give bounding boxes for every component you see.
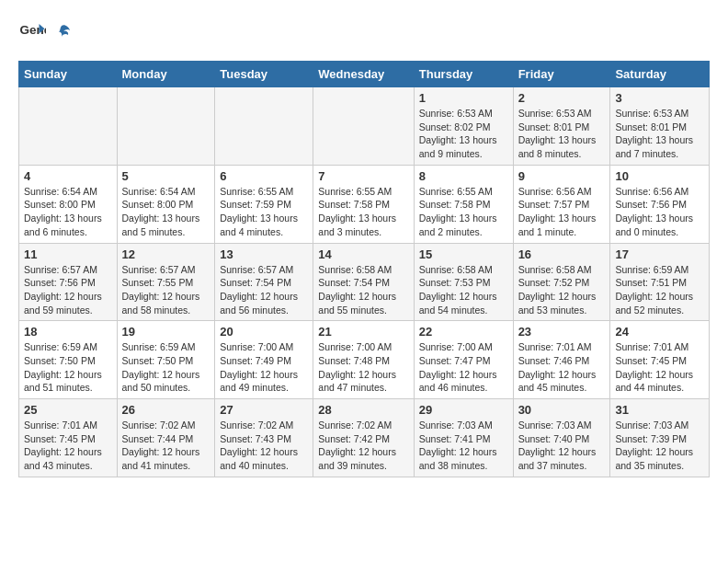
day-info: Sunrise: 6:57 AM Sunset: 7:55 PM Dayligh… bbox=[122, 263, 210, 317]
calendar-cell: 20Sunrise: 7:00 AM Sunset: 7:49 PM Dayli… bbox=[215, 321, 313, 399]
day-number: 8 bbox=[419, 169, 508, 183]
logo-icon: General bbox=[18, 18, 46, 46]
calendar-cell bbox=[117, 87, 215, 166]
day-info: Sunrise: 7:00 AM Sunset: 7:49 PM Dayligh… bbox=[220, 340, 308, 395]
day-info: Sunrise: 6:57 AM Sunset: 7:56 PM Dayligh… bbox=[24, 263, 112, 317]
day-info: Sunrise: 6:53 AM Sunset: 8:01 PM Dayligh… bbox=[518, 107, 606, 161]
calendar-cell: 10Sunrise: 6:56 AM Sunset: 7:56 PM Dayli… bbox=[610, 165, 710, 243]
calendar-cell: 16Sunrise: 6:58 AM Sunset: 7:52 PM Dayli… bbox=[513, 243, 610, 321]
logo-bird-icon bbox=[51, 22, 72, 42]
day-info: Sunrise: 7:02 AM Sunset: 7:42 PM Dayligh… bbox=[318, 419, 408, 473]
calendar-cell bbox=[313, 87, 414, 166]
day-number: 27 bbox=[220, 403, 308, 417]
calendar-cell: 6Sunrise: 6:55 AM Sunset: 7:59 PM Daylig… bbox=[215, 165, 313, 243]
day-number: 28 bbox=[318, 403, 408, 417]
day-info: Sunrise: 7:00 AM Sunset: 7:47 PM Dayligh… bbox=[419, 340, 508, 395]
day-number: 16 bbox=[518, 247, 606, 261]
day-info: Sunrise: 6:59 AM Sunset: 7:50 PM Dayligh… bbox=[122, 340, 210, 395]
week-row-5: 25Sunrise: 7:01 AM Sunset: 7:45 PM Dayli… bbox=[19, 399, 710, 477]
day-header-monday: Monday bbox=[117, 62, 215, 87]
day-info: Sunrise: 7:02 AM Sunset: 7:43 PM Dayligh… bbox=[220, 419, 308, 473]
calendar-table: SundayMondayTuesdayWednesdayThursdayFrid… bbox=[18, 61, 710, 477]
day-number: 14 bbox=[318, 247, 408, 261]
calendar-cell: 2Sunrise: 6:53 AM Sunset: 8:01 PM Daylig… bbox=[513, 87, 610, 166]
calendar-cell: 13Sunrise: 6:57 AM Sunset: 7:54 PM Dayli… bbox=[215, 243, 313, 321]
day-info: Sunrise: 6:58 AM Sunset: 7:53 PM Dayligh… bbox=[419, 263, 508, 317]
calendar-cell: 31Sunrise: 7:03 AM Sunset: 7:39 PM Dayli… bbox=[610, 399, 710, 477]
day-info: Sunrise: 6:55 AM Sunset: 7:58 PM Dayligh… bbox=[318, 185, 408, 239]
day-info: Sunrise: 6:55 AM Sunset: 7:58 PM Dayligh… bbox=[419, 185, 508, 239]
calendar-cell: 26Sunrise: 7:02 AM Sunset: 7:44 PM Dayli… bbox=[117, 399, 215, 477]
day-info: Sunrise: 6:58 AM Sunset: 7:52 PM Dayligh… bbox=[518, 263, 606, 317]
day-number: 29 bbox=[419, 403, 508, 417]
calendar-cell: 3Sunrise: 6:53 AM Sunset: 8:01 PM Daylig… bbox=[610, 87, 710, 166]
day-number: 2 bbox=[518, 91, 606, 105]
calendar-cell: 12Sunrise: 6:57 AM Sunset: 7:55 PM Dayli… bbox=[117, 243, 215, 321]
calendar-header: SundayMondayTuesdayWednesdayThursdayFrid… bbox=[19, 62, 710, 87]
week-row-3: 11Sunrise: 6:57 AM Sunset: 7:56 PM Dayli… bbox=[19, 243, 710, 321]
day-number: 20 bbox=[220, 325, 308, 339]
day-info: Sunrise: 6:54 AM Sunset: 8:00 PM Dayligh… bbox=[122, 185, 210, 239]
day-info: Sunrise: 6:56 AM Sunset: 7:57 PM Dayligh… bbox=[518, 185, 606, 239]
day-info: Sunrise: 6:55 AM Sunset: 7:59 PM Dayligh… bbox=[220, 185, 308, 239]
week-row-1: 1Sunrise: 6:53 AM Sunset: 8:02 PM Daylig… bbox=[19, 87, 710, 166]
week-row-4: 18Sunrise: 6:59 AM Sunset: 7:50 PM Dayli… bbox=[19, 321, 710, 399]
calendar-cell: 11Sunrise: 6:57 AM Sunset: 7:56 PM Dayli… bbox=[19, 243, 118, 321]
calendar-cell: 14Sunrise: 6:58 AM Sunset: 7:54 PM Dayli… bbox=[313, 243, 414, 321]
day-number: 1 bbox=[419, 91, 508, 105]
calendar-cell: 4Sunrise: 6:54 AM Sunset: 8:00 PM Daylig… bbox=[19, 165, 118, 243]
calendar-cell: 24Sunrise: 7:01 AM Sunset: 7:45 PM Dayli… bbox=[610, 321, 710, 399]
calendar-cell bbox=[19, 87, 118, 166]
day-info: Sunrise: 6:59 AM Sunset: 7:50 PM Dayligh… bbox=[24, 340, 112, 395]
day-number: 30 bbox=[518, 403, 606, 417]
day-header-wednesday: Wednesday bbox=[313, 62, 414, 87]
calendar-cell: 27Sunrise: 7:02 AM Sunset: 7:43 PM Dayli… bbox=[215, 399, 313, 477]
calendar-cell: 19Sunrise: 6:59 AM Sunset: 7:50 PM Dayli… bbox=[117, 321, 215, 399]
calendar-cell: 9Sunrise: 6:56 AM Sunset: 7:57 PM Daylig… bbox=[513, 165, 610, 243]
day-info: Sunrise: 7:01 AM Sunset: 7:46 PM Dayligh… bbox=[518, 340, 606, 395]
day-number: 21 bbox=[318, 325, 408, 339]
day-info: Sunrise: 7:01 AM Sunset: 7:45 PM Dayligh… bbox=[615, 340, 704, 395]
day-number: 24 bbox=[615, 325, 704, 339]
day-number: 26 bbox=[122, 403, 210, 417]
calendar-cell bbox=[215, 87, 313, 166]
calendar-cell: 30Sunrise: 7:03 AM Sunset: 7:40 PM Dayli… bbox=[513, 399, 610, 477]
day-info: Sunrise: 6:53 AM Sunset: 8:01 PM Dayligh… bbox=[615, 107, 704, 161]
logo: General bbox=[18, 18, 74, 46]
day-info: Sunrise: 6:53 AM Sunset: 8:02 PM Dayligh… bbox=[419, 107, 508, 161]
page-header: General bbox=[18, 18, 710, 46]
day-header-saturday: Saturday bbox=[610, 62, 710, 87]
calendar-cell: 7Sunrise: 6:55 AM Sunset: 7:58 PM Daylig… bbox=[313, 165, 414, 243]
calendar-cell: 25Sunrise: 7:01 AM Sunset: 7:45 PM Dayli… bbox=[19, 399, 118, 477]
calendar-cell: 8Sunrise: 6:55 AM Sunset: 7:58 PM Daylig… bbox=[414, 165, 513, 243]
calendar-cell: 23Sunrise: 7:01 AM Sunset: 7:46 PM Dayli… bbox=[513, 321, 610, 399]
week-row-2: 4Sunrise: 6:54 AM Sunset: 8:00 PM Daylig… bbox=[19, 165, 710, 243]
day-info: Sunrise: 7:01 AM Sunset: 7:45 PM Dayligh… bbox=[24, 419, 112, 473]
day-number: 12 bbox=[122, 247, 210, 261]
calendar-cell: 18Sunrise: 6:59 AM Sunset: 7:50 PM Dayli… bbox=[19, 321, 118, 399]
day-info: Sunrise: 6:54 AM Sunset: 8:00 PM Dayligh… bbox=[24, 185, 112, 239]
day-info: Sunrise: 6:59 AM Sunset: 7:51 PM Dayligh… bbox=[615, 263, 704, 317]
day-number: 4 bbox=[24, 169, 112, 183]
day-info: Sunrise: 6:56 AM Sunset: 7:56 PM Dayligh… bbox=[615, 185, 704, 239]
header-row: SundayMondayTuesdayWednesdayThursdayFrid… bbox=[19, 62, 710, 87]
day-info: Sunrise: 6:57 AM Sunset: 7:54 PM Dayligh… bbox=[220, 263, 308, 317]
day-number: 7 bbox=[318, 169, 408, 183]
day-number: 3 bbox=[615, 91, 704, 105]
day-number: 25 bbox=[24, 403, 112, 417]
day-header-thursday: Thursday bbox=[414, 62, 513, 87]
day-number: 10 bbox=[615, 169, 704, 183]
calendar-cell: 22Sunrise: 7:00 AM Sunset: 7:47 PM Dayli… bbox=[414, 321, 513, 399]
day-number: 11 bbox=[24, 247, 112, 261]
calendar-body: 1Sunrise: 6:53 AM Sunset: 8:02 PM Daylig… bbox=[19, 87, 710, 477]
day-header-tuesday: Tuesday bbox=[215, 62, 313, 87]
day-number: 18 bbox=[24, 325, 112, 339]
day-info: Sunrise: 6:58 AM Sunset: 7:54 PM Dayligh… bbox=[318, 263, 408, 317]
calendar-cell: 5Sunrise: 6:54 AM Sunset: 8:00 PM Daylig… bbox=[117, 165, 215, 243]
day-number: 22 bbox=[419, 325, 508, 339]
day-number: 15 bbox=[419, 247, 508, 261]
calendar-cell: 21Sunrise: 7:00 AM Sunset: 7:48 PM Dayli… bbox=[313, 321, 414, 399]
calendar-cell: 1Sunrise: 6:53 AM Sunset: 8:02 PM Daylig… bbox=[414, 87, 513, 166]
calendar-cell: 17Sunrise: 6:59 AM Sunset: 7:51 PM Dayli… bbox=[610, 243, 710, 321]
calendar-cell: 28Sunrise: 7:02 AM Sunset: 7:42 PM Dayli… bbox=[313, 399, 414, 477]
